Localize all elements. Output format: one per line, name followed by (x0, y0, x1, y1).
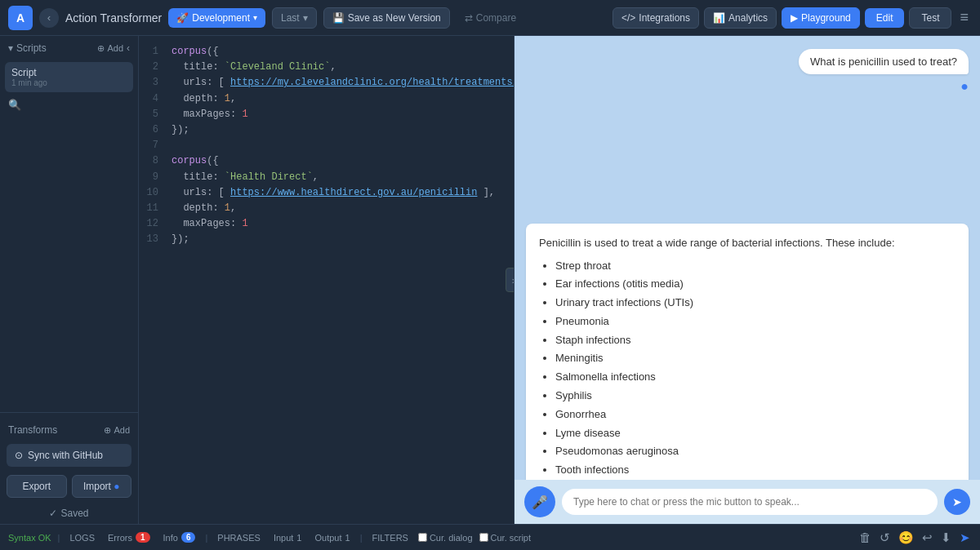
sidebar-bottom-actions: Export Import ● (0, 470, 138, 503)
cur-script-checkbox[interactable]: Cur. script (479, 533, 532, 543)
add-transform-button[interactable]: ⊕ Add (104, 425, 130, 436)
phrases-button[interactable]: PHRASES (214, 531, 264, 544)
chat-response: Penicillin is used to treat a wide range… (526, 224, 969, 480)
import-button[interactable]: Import ● (72, 475, 132, 498)
input-button[interactable]: Input 1 (270, 531, 305, 544)
plus-icon: ⊕ (97, 43, 105, 54)
send-icon[interactable]: ➤ (958, 529, 972, 547)
page-title: Action Transformer (65, 11, 162, 24)
chevron-down-icon: ▾ (303, 12, 308, 24)
code-line: 12 maxPages: 1 (139, 216, 514, 232)
code-line: 8 corpus({ (139, 153, 514, 169)
dev-icon: 🚀 (176, 12, 189, 24)
plus-icon: ⊕ (104, 425, 111, 436)
code-line: 3 urls: [ https://my.clevelandclinic.org… (139, 75, 514, 91)
info-button[interactable]: Info 6 (160, 530, 199, 544)
send-button[interactable]: ➤ (944, 489, 970, 515)
chat-panel: What is penicillin used to treat? ● Peni… (514, 36, 980, 524)
emoji-icon[interactable]: 😊 (897, 529, 915, 547)
infection-item: Staph infections (555, 332, 956, 349)
code-panel[interactable]: 1 corpus({ 2 title: `Cleveland Clinic`, … (139, 36, 514, 524)
filters-button[interactable]: FILTERS (369, 531, 412, 544)
code-line: 5 maxPages: 1 (139, 107, 514, 122)
infection-item: Pneumonia (555, 313, 956, 330)
undo-icon[interactable]: ↩ (920, 529, 934, 547)
code-editor[interactable]: 1 corpus({ 2 title: `Cleveland Clinic`, … (139, 36, 514, 255)
infection-item: Ear infections (otitis media) (555, 276, 956, 293)
scripts-header: ▾ Scripts ⊕ Add ‹ (0, 36, 138, 60)
back-button[interactable]: ‹ (39, 8, 59, 28)
sidebar: ▾ Scripts ⊕ Add ‹ Script 1 min ago 🔍 Tra… (0, 36, 139, 524)
code-line: 2 title: `Cleveland Clinic`, (139, 60, 514, 75)
scripts-collapse[interactable]: ▾ Scripts (8, 42, 47, 54)
infections-list: Strep throatEar infections (otitis media… (539, 258, 956, 480)
mic-button[interactable]: 🎤 (524, 486, 555, 517)
cur-dialog-checkbox[interactable]: Cur. dialog (418, 533, 473, 543)
chevron-down-icon: ▾ (8, 42, 13, 54)
code-line: 6 }); (139, 122, 514, 138)
dev-button[interactable]: 🚀 Development ▾ (168, 8, 265, 28)
code-line: 4 depth: 1, (139, 91, 514, 107)
infection-item: Tooth infections (555, 462, 956, 479)
code-line: 13 }); (139, 232, 514, 247)
bottom-bar: Syntax OK | LOGS Errors 1 Info 6 | PHRAS… (0, 524, 980, 550)
errors-badge: 1 (136, 532, 150, 543)
analytics-icon: 📊 (713, 12, 725, 24)
chat-blue-top: What is penicillin used to treat? ● (514, 36, 980, 215)
add-script-button[interactable]: ⊕ Add (97, 43, 123, 54)
infection-item: Gonorrhea (555, 406, 956, 424)
chevron-down-icon: ▾ (253, 13, 257, 22)
github-icon: ⊙ (15, 450, 23, 461)
refresh-icon[interactable]: ↺ (878, 529, 892, 547)
download-icon[interactable]: ⬇ (939, 529, 953, 547)
infection-item: Salmonella infections (555, 369, 956, 386)
infection-item: Lyme disease (555, 425, 956, 442)
output-button[interactable]: Output 1 (311, 531, 353, 544)
user-message: What is penicillin used to treat? (799, 49, 969, 74)
chat-input[interactable] (562, 489, 938, 515)
collapse-button[interactable]: ‹ (127, 42, 130, 54)
playground-button[interactable]: ▶ Playground (782, 7, 860, 29)
export-button[interactable]: Export (7, 475, 67, 498)
response-intro: Penicillin is used to treat a wide range… (539, 235, 956, 251)
errors-button[interactable]: Errors 1 (105, 530, 154, 544)
info-badge: 6 (181, 532, 196, 543)
sync-github-button[interactable]: ⊙ Sync with GitHub (7, 444, 131, 467)
chat-input-row: 🎤 ➤ (514, 480, 980, 524)
analytics-button[interactable]: 📊 Analytics (704, 7, 777, 29)
code-line: 10 urls: [ https://www.healthdirect.gov.… (139, 185, 514, 201)
saved-indicator: ✓ Saved (0, 503, 138, 524)
compare-button[interactable]: ⇄ Compare (457, 8, 524, 28)
code-line: 1 corpus({ (139, 44, 514, 60)
infection-item: Syphilis (555, 388, 956, 405)
integrations-button[interactable]: </> Integrations (612, 7, 699, 29)
save-button[interactable]: 💾 Save as New Version (323, 7, 450, 29)
transforms-header: Transforms ⊕ Add (0, 419, 138, 441)
topbar: A ‹ Action Transformer 🚀 Development ▾ L… (0, 0, 980, 36)
integrations-icon: </> (621, 12, 635, 24)
infection-item: Urinary tract infections (UTIs) (555, 295, 956, 312)
menu-button[interactable]: ≡ (956, 9, 972, 26)
main-layout: ▾ Scripts ⊕ Add ‹ Script 1 min ago 🔍 Tra… (0, 36, 980, 524)
compare-icon: ⇄ (465, 12, 473, 24)
scripts-actions: ⊕ Add ‹ (97, 42, 130, 54)
search-icon[interactable]: 🔍 (0, 94, 138, 116)
code-line: 11 depth: 1, (139, 201, 514, 216)
code-line: 9 title: `Health Direct`, (139, 170, 514, 185)
save-icon: 💾 (332, 12, 345, 24)
logs-button[interactable]: LOGS (66, 531, 98, 544)
last-button[interactable]: Last ▾ (272, 7, 317, 29)
trash-icon[interactable]: 🗑 (858, 529, 873, 546)
user-avatar-icon: ● (960, 79, 969, 94)
edit-button[interactable]: Edit (865, 8, 905, 28)
app-logo: A (8, 6, 33, 30)
sidebar-script-item[interactable]: Script 1 min ago (5, 62, 133, 92)
test-button[interactable]: Test (909, 7, 951, 29)
syntax-status: Syntax OK (8, 533, 51, 543)
panel-collapse-handle[interactable]: › (506, 268, 514, 292)
topbar-right: </> Integrations 📊 Analytics ▶ Playgroun… (612, 7, 972, 29)
infection-item: Meningitis (555, 350, 956, 367)
play-icon: ▶ (791, 12, 798, 24)
infection-item: Strep throat (555, 258, 956, 275)
chat-messages[interactable]: Penicillin is used to treat a wide range… (514, 215, 980, 480)
